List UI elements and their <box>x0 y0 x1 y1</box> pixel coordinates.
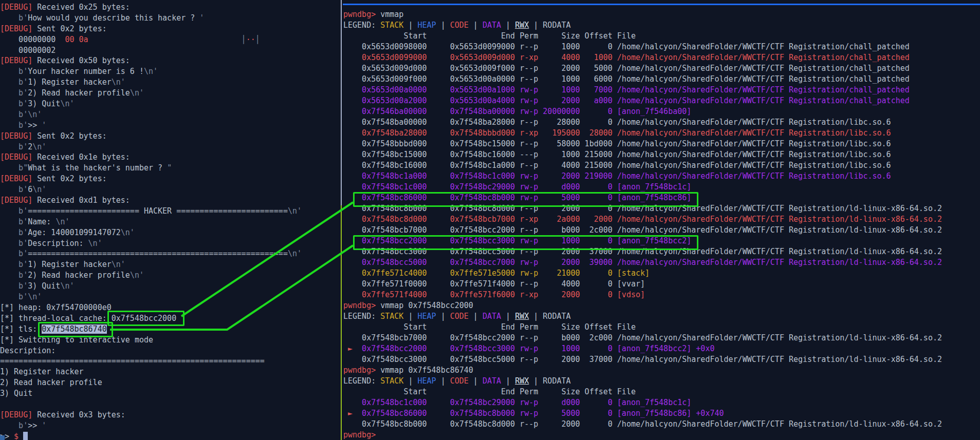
text-segment: | <box>469 21 483 30</box>
text-segment: 00 0a <box>65 35 88 44</box>
vmmap-row: 0x7f548bc1c000 0x7f548bc29000 rw-p d000 … <box>342 182 980 193</box>
text-segment: How would you describe this hacker ? <box>28 13 199 23</box>
terminal-line: b'1) Register hacker\n' <box>0 259 341 270</box>
terminal-line: [*] heap: 0x7f54700000e0 <box>0 302 341 313</box>
terminal-line: b'2) Read hacker profile\n' <box>0 88 341 99</box>
text-segment: b' <box>0 281 28 291</box>
text-segment: \n' <box>121 228 135 237</box>
text-segment: | <box>501 376 515 386</box>
text-segment: vmmap 0x7f548bc86740 <box>376 366 473 375</box>
text-segment: 0x7f546ba00000 0x7f548ba00000 rw-p 20000… <box>343 107 691 116</box>
vmmap-row: 0x7f548bbbd000 0x7f548bc15000 r--p 58000… <box>342 139 980 149</box>
text-segment: b' <box>0 78 28 87</box>
text-segment: b' <box>0 142 28 151</box>
text-segment: STACK <box>380 376 403 386</box>
vmmap-row: 0x7f548ba00000 0x7f548ba28000 r--p 28000… <box>342 117 980 128</box>
terminal-line: [DEBUG] Received 0x3 bytes: <box>0 410 341 420</box>
text-segment: Received 0x25 bytes: <box>32 3 130 12</box>
text-segment: b' <box>0 217 28 226</box>
text-segment <box>343 409 348 418</box>
text-segment: [*] thread-local cache: 0x7f548bcc2000 <box>0 314 176 323</box>
text-segment: 0x7f548bcc2000 0x7f548bcc3000 rw-p 1000 … <box>353 344 714 353</box>
text-segment: \n' <box>56 217 69 226</box>
text-segment: RWX <box>515 312 529 321</box>
text-segment: [DEBUG] <box>0 3 32 12</box>
text-segment: \n' <box>130 271 144 280</box>
text-segment: 0x7f548bc16000 0x7f548bc1a000 r--p 4000 … <box>343 161 891 170</box>
text-segment: [DEBUG] <box>0 131 32 141</box>
text-segment: 0x7f548bbbd000 0x7f548bc15000 r--p 58000… <box>343 139 891 148</box>
text-segment <box>88 35 242 44</box>
vmmap-row: 0x5653d0098000 0x5653d0099000 r--p 1000 … <box>342 42 980 52</box>
text-segment: | <box>436 312 450 321</box>
text-segment: Sent 0x2 bytes: <box>32 24 107 33</box>
text-segment: 2) Read hacker profile <box>0 378 102 387</box>
text-segment: 3) Quit <box>28 99 60 108</box>
vmmap-header-line: Start End Perm Size Offset File <box>342 322 980 333</box>
text-segment: HEAP <box>418 312 436 321</box>
text-segment: [*] Switching to interactive mode <box>0 335 153 345</box>
terminal-line: [DEBUG] Sent 0x2 bytes: <box>0 131 341 142</box>
text-segment: CODE <box>450 312 469 321</box>
text-segment: 0x7ffe571c4000 0x7ffe571e5000 rw-p 21000… <box>343 269 650 278</box>
text-segment: b' <box>0 110 28 119</box>
text-segment: 1) Register hacker <box>28 78 112 87</box>
text-segment: 0x7ffe571f0000 0x7ffe571f4000 r--p 4000 … <box>343 279 645 289</box>
text-segment: | <box>501 312 515 321</box>
text-segment: \n' <box>130 88 144 98</box>
vmmap-row: ► 0x7f548bc86000 0x7f548bc8b000 rw-p 500… <box>342 408 980 419</box>
text-segment: Received 0xd1 bytes: <box>32 196 130 205</box>
pwndbg-command-line: pwndbg> vmmap <box>342 9 980 20</box>
terminal-line: 1) Register hacker <box>0 367 341 377</box>
text-segment: b' <box>0 228 28 237</box>
terminal-line: b'>> ' <box>0 420 341 431</box>
text-segment: Sent 0x2 bytes: <box>32 131 107 141</box>
text-segment: pwndbg> <box>343 10 376 19</box>
terminal-line: Description: <box>0 346 341 356</box>
corner-artifact <box>0 435 5 440</box>
text-segment: [DEBUG] <box>0 24 32 33</box>
terminal-line: b'Age: 140001099147072\n' <box>0 227 341 238</box>
pwntools-terminal-pane[interactable]: [DEBUG] Received 0x25 bytes: b'How would… <box>0 0 341 440</box>
text-segment: What is the hacker's number ? <box>28 163 167 173</box>
text-segment: 0x7f548bc8d000 0x7f548bcb7000 r-xp 2a000… <box>343 215 942 224</box>
text-segment: | <box>436 376 450 386</box>
terminal-line: 3) Quit <box>0 388 341 399</box>
text-segment: 0x7f548bcc3000 0x7f548bcc5000 r--p 2000 … <box>343 247 942 256</box>
text-segment: 0x7f548bc1a000 0x7f548bc1c000 rw-p 2000 … <box>343 171 891 181</box>
vmmap-row: 0x5653d009f000 0x5653d00a0000 r--p 1000 … <box>342 74 980 85</box>
text-segment: Received 0x1e bytes: <box>32 152 130 162</box>
text-segment: 6 <box>28 185 32 194</box>
text-segment: [DEBUG] <box>0 174 32 183</box>
text-segment: b' <box>0 99 28 108</box>
text-segment: 0x7f548ba28000 0x7f548bbbd000 r-xp 19500… <box>343 128 891 138</box>
text-segment: DATA <box>483 21 501 30</box>
vmmap-row: 0x5653d0099000 0x5653d009d000 r-xp 4000 … <box>342 52 980 63</box>
text-segment: ' <box>42 121 46 130</box>
text-segment: ' <box>42 421 46 430</box>
terminal-line: [DEBUG] Sent 0x2 bytes: <box>0 24 341 34</box>
vmmap-legend-line: LEGEND: STACK | HEAP | CODE | DATA | RWX… <box>342 20 980 31</box>
pwndbg-command-line: pwndbg> vmmap 0x7f548bcc2000 <box>342 300 980 311</box>
vmmap-row: 0x7f548ba28000 0x7f548bbbd000 r-xp 19500… <box>342 128 980 139</box>
terminal-line: [*] thread-local cache: 0x7f548bcc2000 <box>0 313 341 324</box>
text-segment: ======================== HACKER ========… <box>28 206 288 216</box>
text-segment: 00000000 <box>0 35 65 44</box>
text-segment: | <box>469 376 483 386</box>
terminal-line: b'Your hacker number is 6 !\n' <box>0 66 341 77</box>
text-segment: \n' <box>32 185 46 194</box>
text-segment: | <box>529 21 543 30</box>
terminal-line: b'Description: \n' <box>0 238 341 249</box>
text-segment: ' <box>199 13 204 23</box>
text-segment: Received 0x50 bytes: <box>32 56 130 65</box>
text-segment: \n' <box>28 110 42 119</box>
text-segment: Received 0x3 bytes: <box>32 410 125 419</box>
pwndbg-terminal-pane[interactable]: pwndbg> vmmapLEGEND: STACK | HEAP | CODE… <box>342 0 980 440</box>
text-segment: ► <box>348 409 353 418</box>
vmmap-row: 0x7f548bcb7000 0x7f548bcc2000 r--p b000 … <box>342 333 980 343</box>
text-segment: Age: 140001099147072 <box>28 228 121 237</box>
text-segment: b' <box>0 292 28 301</box>
text-segment: 0x7f548bcc2000 0x7f548bcc3000 rw-p 1000 … <box>343 236 691 245</box>
text-segment: pwndbg> <box>343 366 376 375</box>
vmmap-row: ► 0x7f548bcc2000 0x7f548bcc3000 rw-p 100… <box>342 343 980 354</box>
